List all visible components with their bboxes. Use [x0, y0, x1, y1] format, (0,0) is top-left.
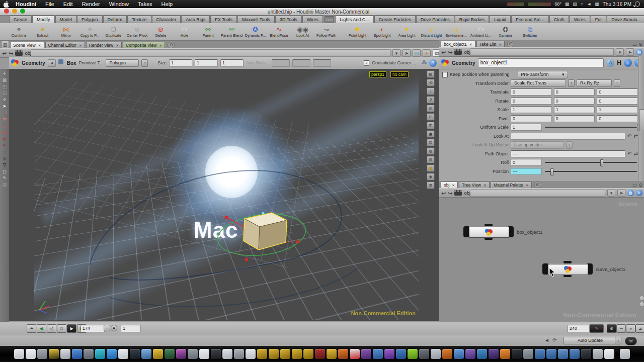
sy-field[interactable]: 1 — [554, 106, 595, 113]
params-scrollbar[interactable] — [638, 56, 644, 181]
dock-app-icon[interactable] — [14, 349, 24, 359]
sync-icon[interactable]: ◍ — [627, 190, 634, 196]
close-window-button[interactable] — [4, 9, 9, 14]
pane-tab[interactable]: Take List✕ — [476, 41, 505, 47]
transport-button[interactable]: ◁ — [47, 324, 56, 333]
dock-app-icon[interactable] — [234, 349, 244, 359]
xform-order-dropdown[interactable]: Scale Rot Trans — [511, 79, 566, 87]
view-tool-icon[interactable]: ⟲ — [427, 79, 435, 86]
menu-help[interactable]: Help — [157, 0, 178, 8]
shelf-tool-button[interactable]: ▼ Area Light — [394, 26, 419, 38]
render-ball-icon[interactable]: ● — [423, 49, 431, 57]
shelf-tool-button[interactable]: ✹ Point Light — [345, 26, 370, 38]
frame-increment-button[interactable]: ● — [111, 325, 117, 331]
pane-tab[interactable]: Material Palette✕ — [491, 182, 532, 188]
expand-pane-icon[interactable]: ⊙ — [638, 42, 642, 47]
view-tool-icon[interactable]: ⊟ — [427, 156, 435, 163]
shelf-tool-button[interactable]: ⏣ Camera — [493, 26, 518, 38]
dock-app-icon[interactable] — [431, 349, 441, 359]
zoom-window-button[interactable] — [20, 9, 25, 14]
left-strip-icon[interactable]: ✛ — [3, 71, 7, 76]
update-mode-spinner[interactable]: ↕ — [615, 337, 621, 344]
menu-window[interactable]: Window — [105, 0, 133, 8]
pane-corner-button[interactable]: ▥ — [1, 41, 9, 48]
camera-name-badge[interactable]: persp1 — [369, 71, 386, 77]
uniform-scale-slider[interactable] — [544, 124, 638, 130]
menu-takes[interactable]: Takes — [133, 0, 157, 8]
dock-app-icon[interactable] — [558, 349, 568, 359]
dock-app-icon[interactable] — [107, 349, 117, 359]
pane-tab[interactable]: Tree View✕ — [459, 182, 490, 188]
op-jump-icon[interactable]: ↶ — [627, 133, 631, 139]
roll-field[interactable]: 0 — [511, 159, 542, 166]
shelf-tool-button[interactable]: ⚯ Parent Blend — [220, 26, 244, 38]
gear-icon[interactable]: ⊙ — [606, 59, 614, 67]
position-slider[interactable] — [544, 168, 638, 174]
shelf-tab[interactable]: Rigid Bodies — [455, 16, 490, 23]
nav-forward-icon[interactable]: ↪ — [448, 49, 452, 56]
left-strip-icon[interactable]: ▤ — [3, 182, 7, 187]
size-x-field[interactable]: 1 — [169, 59, 192, 67]
add-pane-tab-button[interactable]: ⊙ — [534, 182, 541, 188]
shelf-tab[interactable]: Wires — [302, 16, 323, 23]
dock-app-icon[interactable] — [292, 349, 302, 359]
transport-button[interactable]: ▶ — [67, 324, 76, 333]
params-path[interactable]: obj — [464, 49, 470, 55]
dock-app-icon[interactable] — [188, 349, 198, 359]
shelf-tool-button[interactable]: ⊕ Center Pivot — [125, 26, 149, 38]
nav-back-icon[interactable]: ↩ — [441, 49, 446, 56]
shelf-tool-button[interactable]: ⬭ Hole — [173, 26, 196, 38]
end-frame-field[interactable]: 240 — [568, 325, 590, 332]
menu-houdini[interactable]: Houdini — [11, 0, 41, 8]
op-select-icon[interactable]: ⇄ — [634, 133, 638, 139]
shelf-tool-button[interactable]: ✦ Extract — [31, 26, 54, 38]
dock-app-icon[interactable] — [454, 349, 464, 359]
left-strip-icon[interactable]: ▦ — [3, 77, 7, 82]
shelf-tool-button[interactable]: ◉◉ Look At — [291, 26, 314, 38]
path-dropdown-icon[interactable]: ▾ — [392, 49, 400, 57]
left-strip-icon[interactable]: ⬒ — [3, 117, 7, 122]
dock-app-icon[interactable] — [257, 349, 267, 359]
left-strip-icon[interactable]: ▽ — [3, 162, 7, 167]
node-box-object1[interactable] — [463, 225, 514, 238]
menu-status-icon[interactable]: ○ — [581, 2, 583, 7]
left-strip-icon[interactable]: ▣ — [3, 130, 7, 135]
audio-toggle-button[interactable]: ◑ — [626, 324, 635, 333]
select-points-icon[interactable]: ⁂ — [422, 60, 427, 66]
px-field[interactable]: 0 — [511, 115, 552, 122]
houdini-engine-icon[interactable]: H — [617, 59, 621, 66]
size-z-field[interactable]: 1 — [220, 59, 244, 67]
float-pane-icon[interactable]: ▭ — [632, 183, 637, 188]
menu-clock[interactable]: Thu 3:16 PM — [603, 2, 631, 7]
frame-step-field[interactable]: 1 — [121, 325, 141, 332]
dock-app-icon[interactable] — [350, 349, 360, 359]
pin-pane-icon[interactable]: ➤ — [403, 49, 411, 57]
view-tool-icon[interactable]: ▤ — [427, 70, 435, 78]
dock-app-icon[interactable] — [523, 349, 533, 359]
size-y-field[interactable]: 1 — [195, 59, 218, 67]
shelf-tab[interactable]: Character — [152, 16, 181, 23]
pin-pane-icon[interactable]: ➤ — [617, 189, 625, 197]
transport-button[interactable]: ⏮ — [27, 324, 36, 333]
dock-app-icon[interactable] — [384, 349, 394, 359]
sz-field[interactable]: 1 — [597, 106, 638, 113]
view-tool-icon[interactable]: ▦ — [427, 164, 435, 172]
shelf-tool-button[interactable]: ◎ Environme... — [444, 26, 468, 38]
shelf-tab[interactable]: FX Tools — [210, 16, 237, 23]
shelf-tab[interactable]: Fur — [591, 16, 607, 23]
shelf-tab[interactable]: Polygon — [77, 16, 103, 23]
menu-edit[interactable]: Edit — [59, 0, 77, 8]
xform-order-spinner[interactable]: ↕ — [568, 79, 575, 87]
dock-app-icon[interactable] — [489, 349, 499, 359]
message-log-icon[interactable]: ◄ — [544, 337, 549, 343]
view-tool-icon[interactable]: ◫ — [427, 122, 435, 129]
context-collapse-icon[interactable]: ◂ — [48, 59, 56, 67]
dock-app-icon[interactable] — [280, 349, 290, 359]
shelf-tab[interactable]: Lights And C... — [335, 16, 374, 23]
view-tool-icon[interactable]: ▣ — [427, 130, 435, 138]
rotate-order-spinner[interactable]: ↕ — [614, 79, 620, 87]
shelf-tab[interactable]: Model — [55, 16, 77, 23]
shelf-tab[interactable]: 3D Tools — [275, 16, 302, 23]
dock-app-icon[interactable] — [500, 349, 510, 359]
menu-status-icon[interactable]: ◄ — [587, 2, 591, 7]
